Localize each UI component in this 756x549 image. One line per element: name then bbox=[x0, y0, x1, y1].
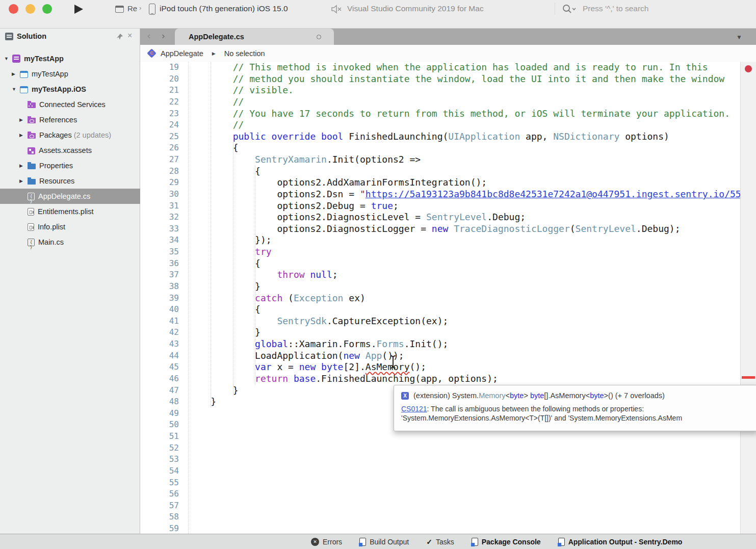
breadcrumb-separator-icon: ▶ bbox=[212, 51, 216, 56]
tree-item-label: Properties bbox=[39, 162, 73, 170]
statusbar-errors[interactable]: ✕Errors bbox=[311, 538, 342, 546]
tree-item-entitlements-plist[interactable]: Entitlements.plist bbox=[0, 204, 140, 219]
solution-tree: ▼myTestApp▶myTestApp▼myTestApp.iOSConnec… bbox=[0, 51, 140, 250]
statusbar-tasks[interactable]: ✓Tasks bbox=[426, 538, 454, 546]
pin-icon[interactable] bbox=[116, 33, 123, 42]
tree-item-references[interactable]: ▶References bbox=[0, 112, 140, 127]
solution-pad: Solution × ▼myTestApp▶myTestApp▼myTestAp… bbox=[0, 29, 140, 534]
chevron-right-icon[interactable]: ▶ bbox=[19, 117, 28, 122]
tree-item-label: myTestApp bbox=[32, 70, 68, 78]
folder-b-icon bbox=[28, 164, 36, 169]
errors-icon: ✕ bbox=[311, 538, 319, 546]
code-line bbox=[189, 523, 740, 534]
tree-item-resources[interactable]: ▶Resources bbox=[0, 173, 140, 189]
tree-item-info-plist[interactable]: Info.plist bbox=[0, 219, 140, 234]
line-number: 41 bbox=[140, 316, 179, 327]
line-number: 27 bbox=[140, 154, 179, 166]
code-editor[interactable]: 1920212223242526272829303132333435363738… bbox=[140, 62, 756, 534]
status-bar: ✕ErrorsBuild Output✓TasksPackage Console… bbox=[0, 534, 756, 549]
services-icon bbox=[28, 102, 36, 108]
search-input[interactable]: Press '^,' to search bbox=[583, 4, 649, 13]
tree-item-label: Main.cs bbox=[38, 238, 64, 246]
search-icon[interactable] bbox=[562, 4, 577, 16]
statusbar-package-console[interactable]: Package Console bbox=[472, 538, 541, 546]
tree-item-label: Assets.xcassets bbox=[39, 146, 92, 154]
chevron-right-icon[interactable]: ▶ bbox=[19, 163, 28, 168]
chevron-down-icon[interactable]: ▼ bbox=[12, 87, 20, 92]
plist-icon bbox=[28, 208, 34, 216]
tree-item-packages[interactable]: ▶Packages(2 updates) bbox=[0, 127, 140, 143]
vs-mac-window: { "toolbar": { "config_label": "Re", "co… bbox=[0, 0, 756, 549]
line-number: 51 bbox=[140, 431, 179, 442]
tab-appdelegate[interactable]: AppDelegate.cs bbox=[175, 29, 334, 45]
line-number: 50 bbox=[140, 419, 179, 431]
code-line bbox=[189, 477, 740, 489]
tree-item-label: Resources bbox=[39, 177, 74, 185]
tasks-check-icon: ✓ bbox=[426, 538, 432, 546]
folder-p-icon bbox=[28, 118, 36, 123]
tree-item-connected-services[interactable]: Connected Services bbox=[0, 97, 140, 112]
chevron-right-icon[interactable]: ▶ bbox=[19, 133, 28, 138]
line-number: 26 bbox=[140, 142, 179, 154]
phone-icon bbox=[149, 4, 155, 15]
line-number: 56 bbox=[140, 488, 179, 500]
line-number: 22 bbox=[140, 96, 179, 108]
statusbar-item-label: Build Output bbox=[370, 538, 409, 546]
editor-scrollbar[interactable] bbox=[740, 62, 756, 534]
line-number: 48 bbox=[140, 396, 179, 408]
tree-item-main-cs[interactable]: Main.cs bbox=[0, 234, 140, 250]
tree-item-mytestapp-ios[interactable]: ▼myTestApp.iOS bbox=[0, 82, 140, 97]
close-window-button[interactable] bbox=[9, 4, 18, 14]
tooltip-signature-text: (extension) System.Memory<byte> byte[].A… bbox=[413, 391, 665, 400]
code-line: options2.DiagnosticLevel = SentryLevel.D… bbox=[189, 212, 740, 223]
cs-icon bbox=[28, 239, 35, 246]
error-squiggle-token: AsMemory bbox=[366, 361, 410, 372]
maximize-window-button[interactable] bbox=[42, 4, 52, 14]
line-number: 34 bbox=[140, 234, 179, 246]
error-tooltip: X (extension) System.Memory<byte> byte[]… bbox=[394, 385, 756, 431]
tree-item-mytestapp[interactable]: ▼myTestApp bbox=[0, 51, 140, 66]
tree-item-appdelegate-cs[interactable]: AppDelegate.cs bbox=[0, 189, 140, 204]
tree-item-properties[interactable]: ▶Properties bbox=[0, 158, 140, 173]
line-number-gutter[interactable]: 1920212223242526272829303132333435363738… bbox=[140, 62, 189, 534]
statusbar-item-label: Errors bbox=[323, 538, 342, 546]
line-number: 44 bbox=[140, 350, 179, 362]
tooltip-error-detail: 'System.MemoryExtensions.AsMemory<T>(T[]… bbox=[401, 413, 756, 423]
navigate-back-button[interactable]: ‹ bbox=[147, 30, 150, 41]
statusbar-item-label: Application Output - Sentry.Demo bbox=[568, 538, 683, 546]
close-icon[interactable]: × bbox=[127, 31, 132, 40]
code-line: { bbox=[189, 258, 740, 270]
code-line bbox=[189, 454, 740, 465]
line-number: 59 bbox=[140, 523, 179, 534]
tree-item-assets-xcassets[interactable]: Assets.xcassets bbox=[0, 143, 140, 158]
tree-item-mytestapp[interactable]: ▶myTestApp bbox=[0, 66, 140, 82]
statusbar-build-output[interactable]: Build Output bbox=[359, 538, 409, 546]
line-number: 19 bbox=[140, 62, 179, 73]
chevron-right-icon[interactable]: ▶ bbox=[19, 178, 28, 184]
code-line: } bbox=[189, 281, 740, 293]
run-button[interactable] bbox=[74, 5, 83, 14]
statusbar-application-output-sentry-demo[interactable]: Application Output - Sentry.Demo bbox=[558, 538, 683, 546]
navigate-forward-button[interactable]: › bbox=[162, 30, 165, 41]
error-code-link[interactable]: CS0121 bbox=[401, 405, 427, 413]
line-number: 33 bbox=[140, 223, 179, 235]
code-line: options2.DiagnosticLogger = new TraceDia… bbox=[189, 223, 740, 235]
line-number: 20 bbox=[140, 73, 179, 85]
configuration-selector[interactable]: Re bbox=[127, 4, 137, 13]
code-line: return base.FinishedLaunching(app, optio… bbox=[189, 373, 740, 385]
tab-list-dropdown-icon[interactable]: ▼ bbox=[736, 34, 742, 41]
minimize-window-button[interactable] bbox=[25, 4, 35, 14]
dsn-link[interactable]: https://5a193123a9b841bc8d8e42531e7242a1… bbox=[366, 189, 740, 199]
tree-item-label: Packages bbox=[39, 131, 72, 139]
line-number: 32 bbox=[140, 212, 179, 223]
error-line-marker[interactable] bbox=[742, 376, 755, 379]
device-selector[interactable]: iPod touch (7th generation) iOS 15.0 bbox=[160, 4, 288, 13]
breadcrumb-selection[interactable]: No selection bbox=[224, 49, 265, 58]
code-line: throw null; bbox=[189, 269, 740, 281]
chevron-right-icon[interactable]: ▶ bbox=[12, 71, 20, 76]
chevron-down-icon[interactable]: ▼ bbox=[4, 56, 12, 61]
breadcrumb-class[interactable]: AppDelegate bbox=[161, 49, 203, 58]
error-marker-icon[interactable] bbox=[745, 65, 752, 72]
solution-pad-icon bbox=[5, 33, 13, 40]
code-lines[interactable]: // This method is invoked when the appli… bbox=[189, 62, 740, 534]
